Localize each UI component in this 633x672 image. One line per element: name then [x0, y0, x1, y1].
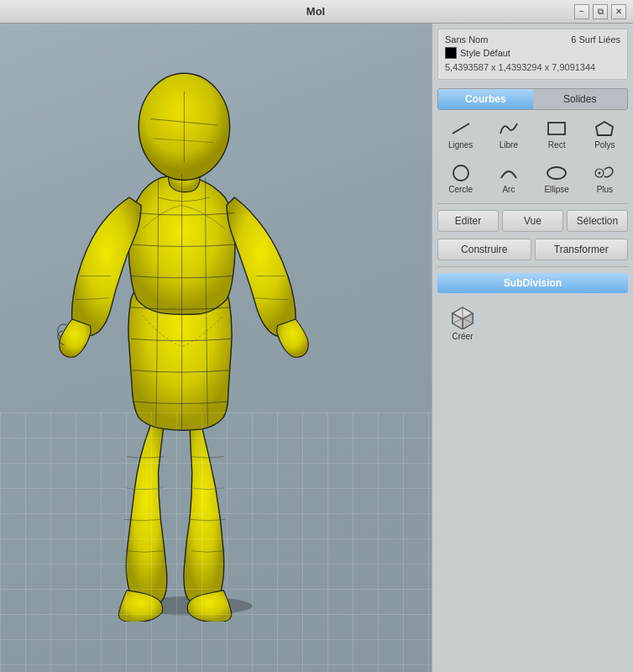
editer-button[interactable]: Editer: [437, 210, 499, 232]
close-button[interactable]: ✕: [611, 4, 626, 19]
style-color-box: [445, 47, 457, 59]
action-row-1: Editer Vue Sélection: [437, 210, 628, 232]
ellipse-icon: [545, 163, 568, 183]
info-name-row: Sans Nom 6 Surf Liées: [445, 34, 620, 45]
rect-icon: [545, 118, 568, 139]
tool-libre[interactable]: Libre: [485, 115, 531, 153]
lignes-icon: [449, 118, 473, 139]
object-name: Sans Nom: [445, 34, 488, 45]
main-layout: Sans Nom 6 Surf Liées Style Défaut 5,439…: [0, 24, 633, 672]
tools-row1: Lignes Libre Rect: [437, 115, 628, 153]
svg-rect-6: [548, 123, 565, 134]
info-style-row: Style Défaut: [445, 47, 620, 59]
plus-label: Plus: [597, 185, 613, 194]
minimize-button[interactable]: −: [574, 4, 589, 19]
tool-polys[interactable]: Polys: [582, 115, 628, 153]
tab-bar: Courbes Solides: [437, 88, 628, 110]
rect-label: Rect: [548, 140, 566, 150]
vue-button[interactable]: Vue: [502, 210, 563, 232]
transformer-button[interactable]: Transformer: [535, 239, 629, 260]
divider-2: [437, 266, 628, 267]
tool-lignes[interactable]: Lignes: [437, 115, 484, 153]
tools-row2: Cercle Arc Ellipse: [437, 160, 628, 197]
surf-count: 6 Surf Liées: [571, 34, 620, 45]
lignes-label: Lignes: [448, 140, 473, 150]
maximize-button[interactable]: ⧉: [593, 4, 608, 19]
window-controls: − ⧉ ✕: [574, 4, 626, 19]
polys-icon: [593, 118, 616, 139]
human-figure: [25, 40, 378, 622]
svg-point-11: [599, 172, 601, 175]
svg-point-8: [453, 165, 468, 181]
creer-icon: [447, 303, 478, 330]
right-panel: Sans Nom 6 Surf Liées Style Défaut 5,439…: [432, 24, 633, 672]
info-dimensions: 5,4393587 x 1,4393294 x 7,9091344: [445, 61, 620, 74]
libre-label: Libre: [500, 140, 518, 150]
arc-icon: [497, 163, 521, 183]
title-bar: MoI − ⧉ ✕: [0, 0, 633, 24]
svg-line-5: [453, 123, 469, 134]
ellipse-label: Ellipse: [544, 185, 568, 194]
subdivision-tools: Créer: [437, 297, 628, 348]
info-section: Sans Nom 6 Surf Liées Style Défaut 5,439…: [437, 29, 628, 80]
svg-point-0: [127, 596, 253, 615]
action-row-2: Construire Transformer: [437, 239, 628, 260]
creer-label: Créer: [452, 332, 473, 341]
divider-1: [437, 203, 628, 204]
tab-solides[interactable]: Solides: [533, 89, 628, 109]
cercle-label: Cercle: [448, 185, 473, 194]
polys-label: Polys: [594, 140, 615, 150]
svg-point-9: [547, 167, 566, 179]
libre-icon: [497, 118, 521, 139]
window-title: MoI: [57, 5, 574, 18]
sub-tool-creer[interactable]: Créer: [441, 300, 484, 344]
tool-cercle[interactable]: Cercle: [437, 160, 484, 197]
tab-courbes[interactable]: Courbes: [438, 89, 533, 109]
arc-label: Arc: [502, 185, 515, 194]
tool-plus[interactable]: Plus: [582, 160, 628, 197]
svg-marker-7: [596, 122, 613, 135]
right-panel-spacer: [432, 349, 633, 672]
selection-button[interactable]: Sélection: [567, 210, 628, 232]
subdivision-header[interactable]: SubDivision: [437, 273, 628, 293]
tool-arc[interactable]: Arc: [485, 160, 531, 197]
cercle-icon: [449, 163, 473, 183]
viewport[interactable]: [0, 24, 432, 672]
construire-button[interactable]: Construire: [437, 239, 531, 260]
style-label: Style Défaut: [460, 48, 510, 58]
tool-rect[interactable]: Rect: [534, 115, 580, 153]
tool-ellipse[interactable]: Ellipse: [534, 160, 580, 197]
plus-icon: [593, 163, 616, 183]
